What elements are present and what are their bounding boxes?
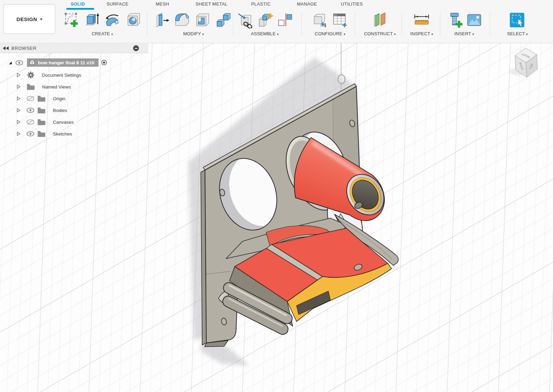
insert-group-dropdown[interactable]: INSERT ▾ — [454, 31, 474, 36]
toolbar-separator — [301, 12, 302, 35]
activate-component-radio[interactable] — [101, 59, 107, 66]
tab-sheet-metal[interactable]: SHEET METAL — [196, 1, 227, 7]
component-cube-icon — [29, 59, 35, 66]
browser-row-canvases[interactable]: Canvases — [16, 118, 77, 127]
browser-row-document-settings[interactable]: Document Settings — [16, 71, 85, 80]
measure-icon[interactable] — [413, 12, 430, 28]
construction-plane-icon[interactable] — [372, 12, 388, 28]
eye-hidden-icon[interactable] — [26, 96, 35, 101]
folder-icon — [37, 107, 46, 114]
configuration-table-icon[interactable] — [331, 12, 348, 28]
minimize-panel-button[interactable] — [133, 45, 139, 51]
insert-derive-icon[interactable] — [237, 12, 254, 28]
press-pull-icon[interactable] — [154, 12, 171, 28]
tab-manage[interactable]: MANAGE — [297, 1, 317, 7]
browser-row-root[interactable]: bow hanger final 8 11 v10 — [8, 58, 107, 67]
configuration-icon[interactable] — [311, 12, 328, 28]
configure-group-dropdown[interactable]: CONFIGURE ▾ — [315, 31, 345, 36]
toolbar-separator — [355, 12, 355, 35]
insert-fastener-icon[interactable] — [447, 12, 463, 28]
folder-icon — [27, 84, 35, 90]
create-sketch-icon[interactable] — [63, 12, 79, 28]
browser-row-bodies[interactable]: Bodies — [16, 106, 71, 115]
extrude-icon[interactable] — [84, 12, 100, 28]
browser-header[interactable]: BROWSER — [0, 44, 148, 53]
tree-item-label[interactable]: Canvases — [49, 119, 77, 126]
collapsed-arrow-icon[interactable] — [16, 131, 21, 136]
folder-icon — [37, 119, 46, 125]
toolbar-separator — [402, 12, 402, 35]
collapsed-arrow-icon[interactable] — [16, 96, 21, 101]
combine-icon[interactable] — [215, 12, 232, 28]
view-cube[interactable]: RIGHT BACK TOP — [509, 48, 537, 77]
tab-surface[interactable]: SURFACE — [106, 1, 129, 7]
expanded-arrow-icon[interactable] — [8, 60, 12, 65]
toolbar-separator — [440, 12, 440, 35]
folder-icon — [37, 131, 46, 137]
collapsed-arrow-icon[interactable] — [16, 73, 21, 77]
tab-utilities[interactable]: UTILITIES — [341, 1, 363, 7]
browser-panel: BROWSER bow hanger final 8 11 v10 — [0, 44, 149, 144]
eye-hidden-icon[interactable] — [26, 119, 35, 125]
select-group-dropdown[interactable]: SELECT ▾ — [507, 31, 528, 36]
new-component-icon[interactable] — [257, 12, 274, 28]
toolbar-separator — [147, 12, 147, 35]
eye-visible-icon[interactable] — [26, 131, 35, 137]
fillet-icon[interactable] — [174, 12, 190, 28]
collapsed-arrow-icon[interactable] — [16, 108, 21, 113]
component-root-label: bow hanger final 8 11 v10 — [38, 60, 94, 65]
tree-item-label[interactable]: Named Views — [38, 83, 75, 91]
collapsed-arrow-icon[interactable] — [16, 84, 21, 89]
assemble-group-dropdown[interactable]: ASSEMBLE ▾ — [251, 31, 279, 36]
inspect-group-dropdown[interactable]: INSPECT ▾ — [410, 31, 433, 36]
browser-row-named-views[interactable]: Named Views — [16, 82, 75, 91]
joint-icon[interactable] — [276, 12, 293, 28]
browser-title: BROWSER — [11, 46, 37, 51]
create-group-dropdown[interactable]: CREATE ▾ — [92, 31, 113, 36]
browser-row-origin[interactable]: Origin — [16, 94, 69, 103]
tree-item-label[interactable]: Document Settings — [38, 72, 85, 79]
tree-item-label[interactable]: Bodies — [49, 107, 71, 114]
folder-icon — [37, 95, 46, 102]
toolbar-separator — [490, 12, 490, 35]
tab-plastic[interactable]: PLASTIC — [251, 1, 271, 7]
active-tab-underline — [66, 8, 94, 10]
hole-icon[interactable] — [125, 12, 142, 28]
tree-item-label[interactable]: Origin — [49, 95, 69, 102]
tab-mesh[interactable]: MESH — [156, 1, 169, 7]
eye-visible-icon[interactable] — [15, 60, 24, 65]
gear-icon — [27, 71, 35, 79]
tree-item-label[interactable]: Sketches — [49, 130, 76, 138]
construct-group-dropdown[interactable]: CONSTRUCT ▾ — [364, 31, 396, 36]
modify-group-dropdown[interactable]: MODIFY ▾ — [183, 31, 204, 36]
insert-image-icon[interactable] — [466, 12, 482, 28]
shell-icon[interactable] — [194, 12, 211, 28]
tab-solid[interactable]: SOLID — [71, 1, 85, 7]
collapse-panel-icon[interactable] — [3, 46, 9, 50]
main-toolbar: DESIGN ▾ SOLID SURFACE MESH SHEET METAL … — [0, 0, 553, 43]
select-window-icon[interactable] — [509, 12, 525, 28]
browser-row-sketches[interactable]: Sketches — [16, 129, 76, 138]
toolbar-separator — [233, 12, 233, 35]
revolve-icon[interactable] — [104, 12, 121, 28]
workspace-switcher-button[interactable]: DESIGN ▾ — [3, 4, 55, 34]
eye-visible-icon[interactable] — [26, 108, 35, 113]
chevron-down-icon: ▾ — [40, 17, 43, 21]
workspace-label: DESIGN — [17, 16, 37, 22]
collapsed-arrow-icon[interactable] — [16, 120, 21, 124]
component-root-item[interactable]: bow hanger final 8 11 v10 — [27, 58, 99, 67]
